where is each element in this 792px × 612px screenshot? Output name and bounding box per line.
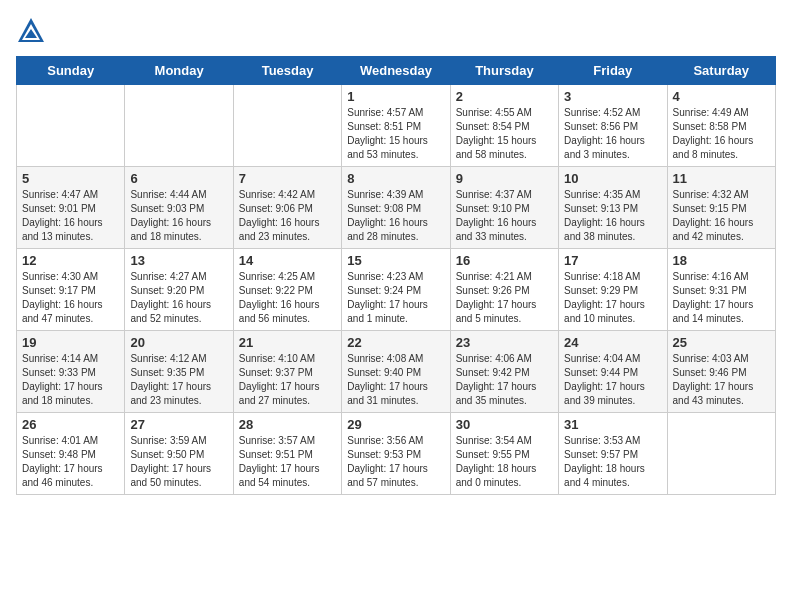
calendar-cell: 18Sunrise: 4:16 AM Sunset: 9:31 PM Dayli… xyxy=(667,249,775,331)
day-info: Sunrise: 4:12 AM Sunset: 9:35 PM Dayligh… xyxy=(130,352,227,408)
calendar-week-row: 19Sunrise: 4:14 AM Sunset: 9:33 PM Dayli… xyxy=(17,331,776,413)
calendar-cell: 29Sunrise: 3:56 AM Sunset: 9:53 PM Dayli… xyxy=(342,413,450,495)
day-number: 16 xyxy=(456,253,553,268)
day-number: 28 xyxy=(239,417,336,432)
calendar-header: SundayMondayTuesdayWednesdayThursdayFrid… xyxy=(17,57,776,85)
calendar-cell: 28Sunrise: 3:57 AM Sunset: 9:51 PM Dayli… xyxy=(233,413,341,495)
day-info: Sunrise: 4:04 AM Sunset: 9:44 PM Dayligh… xyxy=(564,352,661,408)
day-number: 24 xyxy=(564,335,661,350)
day-info: Sunrise: 4:08 AM Sunset: 9:40 PM Dayligh… xyxy=(347,352,444,408)
logo-icon xyxy=(16,16,46,46)
day-info: Sunrise: 4:25 AM Sunset: 9:22 PM Dayligh… xyxy=(239,270,336,326)
calendar-week-row: 26Sunrise: 4:01 AM Sunset: 9:48 PM Dayli… xyxy=(17,413,776,495)
day-of-week-header: Sunday xyxy=(17,57,125,85)
day-number: 20 xyxy=(130,335,227,350)
calendar-cell: 7Sunrise: 4:42 AM Sunset: 9:06 PM Daylig… xyxy=(233,167,341,249)
calendar-cell: 22Sunrise: 4:08 AM Sunset: 9:40 PM Dayli… xyxy=(342,331,450,413)
day-of-week-header: Friday xyxy=(559,57,667,85)
calendar-cell: 10Sunrise: 4:35 AM Sunset: 9:13 PM Dayli… xyxy=(559,167,667,249)
day-info: Sunrise: 4:55 AM Sunset: 8:54 PM Dayligh… xyxy=(456,106,553,162)
day-of-week-header: Thursday xyxy=(450,57,558,85)
day-info: Sunrise: 4:03 AM Sunset: 9:46 PM Dayligh… xyxy=(673,352,770,408)
day-info: Sunrise: 4:14 AM Sunset: 9:33 PM Dayligh… xyxy=(22,352,119,408)
calendar-cell: 4Sunrise: 4:49 AM Sunset: 8:58 PM Daylig… xyxy=(667,85,775,167)
calendar-body: 1Sunrise: 4:57 AM Sunset: 8:51 PM Daylig… xyxy=(17,85,776,495)
day-of-week-header: Saturday xyxy=(667,57,775,85)
day-number: 26 xyxy=(22,417,119,432)
day-number: 10 xyxy=(564,171,661,186)
day-number: 18 xyxy=(673,253,770,268)
day-number: 9 xyxy=(456,171,553,186)
day-info: Sunrise: 4:18 AM Sunset: 9:29 PM Dayligh… xyxy=(564,270,661,326)
day-info: Sunrise: 4:44 AM Sunset: 9:03 PM Dayligh… xyxy=(130,188,227,244)
day-number: 15 xyxy=(347,253,444,268)
calendar-cell: 15Sunrise: 4:23 AM Sunset: 9:24 PM Dayli… xyxy=(342,249,450,331)
day-info: Sunrise: 4:27 AM Sunset: 9:20 PM Dayligh… xyxy=(130,270,227,326)
day-number: 29 xyxy=(347,417,444,432)
calendar-cell xyxy=(667,413,775,495)
calendar-page: SundayMondayTuesdayWednesdayThursdayFrid… xyxy=(0,0,792,511)
day-number: 12 xyxy=(22,253,119,268)
day-number: 1 xyxy=(347,89,444,104)
day-info: Sunrise: 3:59 AM Sunset: 9:50 PM Dayligh… xyxy=(130,434,227,490)
day-number: 27 xyxy=(130,417,227,432)
calendar-week-row: 5Sunrise: 4:47 AM Sunset: 9:01 PM Daylig… xyxy=(17,167,776,249)
day-info: Sunrise: 3:53 AM Sunset: 9:57 PM Dayligh… xyxy=(564,434,661,490)
calendar-cell: 13Sunrise: 4:27 AM Sunset: 9:20 PM Dayli… xyxy=(125,249,233,331)
day-number: 5 xyxy=(22,171,119,186)
day-number: 25 xyxy=(673,335,770,350)
day-number: 8 xyxy=(347,171,444,186)
day-number: 21 xyxy=(239,335,336,350)
day-info: Sunrise: 4:32 AM Sunset: 9:15 PM Dayligh… xyxy=(673,188,770,244)
day-number: 13 xyxy=(130,253,227,268)
calendar-cell: 27Sunrise: 3:59 AM Sunset: 9:50 PM Dayli… xyxy=(125,413,233,495)
calendar-cell: 26Sunrise: 4:01 AM Sunset: 9:48 PM Dayli… xyxy=(17,413,125,495)
day-info: Sunrise: 4:49 AM Sunset: 8:58 PM Dayligh… xyxy=(673,106,770,162)
calendar-cell: 12Sunrise: 4:30 AM Sunset: 9:17 PM Dayli… xyxy=(17,249,125,331)
calendar-cell xyxy=(125,85,233,167)
day-info: Sunrise: 4:21 AM Sunset: 9:26 PM Dayligh… xyxy=(456,270,553,326)
day-info: Sunrise: 4:35 AM Sunset: 9:13 PM Dayligh… xyxy=(564,188,661,244)
calendar-cell: 16Sunrise: 4:21 AM Sunset: 9:26 PM Dayli… xyxy=(450,249,558,331)
calendar-cell: 6Sunrise: 4:44 AM Sunset: 9:03 PM Daylig… xyxy=(125,167,233,249)
calendar-cell: 1Sunrise: 4:57 AM Sunset: 8:51 PM Daylig… xyxy=(342,85,450,167)
calendar-cell: 31Sunrise: 3:53 AM Sunset: 9:57 PM Dayli… xyxy=(559,413,667,495)
calendar-cell: 21Sunrise: 4:10 AM Sunset: 9:37 PM Dayli… xyxy=(233,331,341,413)
calendar-cell: 3Sunrise: 4:52 AM Sunset: 8:56 PM Daylig… xyxy=(559,85,667,167)
header xyxy=(16,16,776,46)
day-info: Sunrise: 4:16 AM Sunset: 9:31 PM Dayligh… xyxy=(673,270,770,326)
day-info: Sunrise: 4:30 AM Sunset: 9:17 PM Dayligh… xyxy=(22,270,119,326)
calendar-cell: 17Sunrise: 4:18 AM Sunset: 9:29 PM Dayli… xyxy=(559,249,667,331)
calendar-cell xyxy=(17,85,125,167)
calendar-cell: 20Sunrise: 4:12 AM Sunset: 9:35 PM Dayli… xyxy=(125,331,233,413)
day-number: 7 xyxy=(239,171,336,186)
calendar-cell: 24Sunrise: 4:04 AM Sunset: 9:44 PM Dayli… xyxy=(559,331,667,413)
day-info: Sunrise: 3:57 AM Sunset: 9:51 PM Dayligh… xyxy=(239,434,336,490)
day-info: Sunrise: 4:23 AM Sunset: 9:24 PM Dayligh… xyxy=(347,270,444,326)
day-info: Sunrise: 4:37 AM Sunset: 9:10 PM Dayligh… xyxy=(456,188,553,244)
logo xyxy=(16,16,50,46)
day-info: Sunrise: 4:42 AM Sunset: 9:06 PM Dayligh… xyxy=(239,188,336,244)
calendar-week-row: 12Sunrise: 4:30 AM Sunset: 9:17 PM Dayli… xyxy=(17,249,776,331)
day-number: 31 xyxy=(564,417,661,432)
calendar-cell: 11Sunrise: 4:32 AM Sunset: 9:15 PM Dayli… xyxy=(667,167,775,249)
calendar-cell xyxy=(233,85,341,167)
day-number: 11 xyxy=(673,171,770,186)
calendar-cell: 5Sunrise: 4:47 AM Sunset: 9:01 PM Daylig… xyxy=(17,167,125,249)
day-number: 2 xyxy=(456,89,553,104)
day-of-week-header: Tuesday xyxy=(233,57,341,85)
day-info: Sunrise: 4:52 AM Sunset: 8:56 PM Dayligh… xyxy=(564,106,661,162)
calendar-table: SundayMondayTuesdayWednesdayThursdayFrid… xyxy=(16,56,776,495)
day-number: 17 xyxy=(564,253,661,268)
days-of-week-row: SundayMondayTuesdayWednesdayThursdayFrid… xyxy=(17,57,776,85)
day-info: Sunrise: 4:47 AM Sunset: 9:01 PM Dayligh… xyxy=(22,188,119,244)
calendar-cell: 8Sunrise: 4:39 AM Sunset: 9:08 PM Daylig… xyxy=(342,167,450,249)
day-number: 30 xyxy=(456,417,553,432)
day-number: 14 xyxy=(239,253,336,268)
calendar-cell: 2Sunrise: 4:55 AM Sunset: 8:54 PM Daylig… xyxy=(450,85,558,167)
day-info: Sunrise: 4:39 AM Sunset: 9:08 PM Dayligh… xyxy=(347,188,444,244)
calendar-cell: 19Sunrise: 4:14 AM Sunset: 9:33 PM Dayli… xyxy=(17,331,125,413)
day-number: 4 xyxy=(673,89,770,104)
calendar-week-row: 1Sunrise: 4:57 AM Sunset: 8:51 PM Daylig… xyxy=(17,85,776,167)
day-info: Sunrise: 3:54 AM Sunset: 9:55 PM Dayligh… xyxy=(456,434,553,490)
